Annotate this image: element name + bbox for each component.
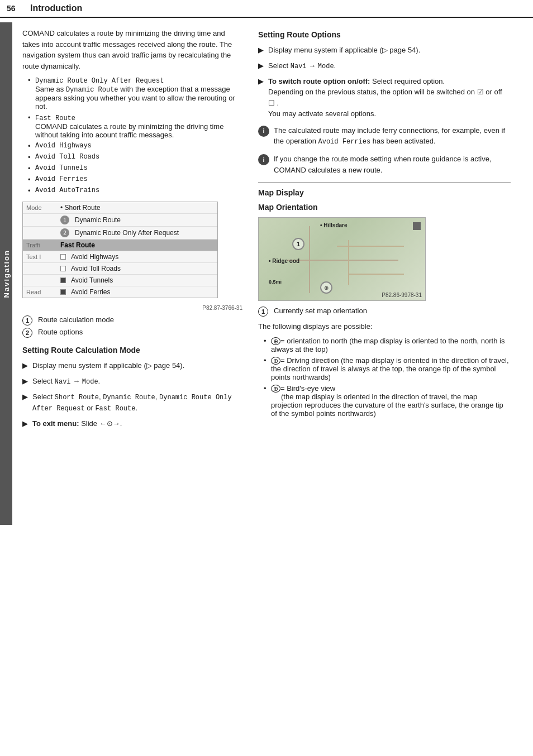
bullet-label-fast-route: Fast Route [35, 114, 75, 122]
bullet-avoid-ferries: • Avoid Ferries [22, 175, 242, 184]
page-title: Introduction [30, 3, 82, 13]
info-box-2: i If you change the route mode setting w… [258, 154, 511, 175]
page-number: 56 [7, 4, 23, 13]
route-options-heading: Setting Route Options [258, 30, 511, 39]
route-options-step-1: ▶ Display menu system if applicable (▷ p… [258, 45, 511, 56]
map-display-heading: Map Display [258, 188, 511, 197]
menu-row-fast-route: Traffi Fast Route [23, 240, 217, 251]
menu-box: Mode • Short Route 1 Dynamic Route 2 Dyn… [22, 202, 218, 298]
right-column: Setting Route Options ▶ Display menu sys… [253, 18, 521, 443]
menu-row-short-route: Mode • Short Route [23, 202, 217, 214]
map-inner: • Hillsdare • Ridge ood 0.5mi 1 ⊕ [259, 218, 425, 300]
map-bullet-north: • ⊕= orientation to north (the map displ… [258, 337, 511, 353]
menu-row-avoid-tunnels: Avoid Tunnels [23, 275, 217, 286]
menu-row-avoid-highways: Text I Avoid Highways [23, 251, 217, 263]
info-box-1: i The calculated route may include ferry… [258, 125, 511, 147]
callout-1-text: Route calculation mode [38, 315, 114, 324]
main-content: COMAND calculates a route by minimizing … [12, 18, 533, 443]
route-calc-section: Setting Route Calculation Mode ▶ Display… [22, 346, 242, 429]
route-options-step-3: ▶ To switch route option on/off: Select … [258, 76, 511, 119]
map-bullet-birdseye: • ⊕= Bird's-eye view (the map display is… [258, 384, 511, 418]
intro-paragraph: COMAND calculates a route by minimizing … [22, 28, 242, 71]
nav-sidebar: Navigation [0, 22, 12, 525]
map-callout: 1 Currently set map orientation [258, 307, 511, 317]
bullet-avoid-highways: • Avoid Highways [22, 142, 242, 150]
map-orientation-heading: Map Orientation [258, 203, 511, 212]
bullet-avoid-toll-roads: • Avoid Toll Roads [22, 153, 242, 161]
route-calc-heading: Setting Route Calculation Mode [22, 346, 242, 355]
route-calc-step-3: ▶ Select Short Route, Dynamic Route, Dyn… [22, 391, 242, 414]
bullet-dynamic-route-only: • Dynamic Route Only After Request Same … [22, 76, 242, 111]
left-column: COMAND calculates a route by minimizing … [12, 18, 253, 443]
menu-row-avoid-toll-roads: Avoid Toll Roads [23, 263, 217, 275]
map-callout-text: Currently set map orientation [274, 307, 367, 315]
callout-1: 1 Route calculation mode [22, 315, 242, 326]
map-image: • Hillsdare • Ridge ood 0.5mi 1 ⊕ P82.86… [258, 217, 426, 301]
bullet-fast-route: • Fast Route COMAND calculates a route b… [22, 113, 242, 139]
bullet-text-fast-route: COMAND calculates a route by minimizing … [35, 122, 223, 139]
route-calc-step-1: ▶ Display menu system if applicable (▷ p… [22, 360, 242, 371]
nav-sidebar-label: Navigation [2, 250, 11, 298]
menu-row-dynamic-route-only: 2 Dynamic Route Only After Request [23, 227, 217, 240]
bullet-avoid-autotrains: • Avoid AutoTrains [22, 186, 242, 195]
route-calc-step-2: ▶ Select Navi → Mode. [22, 376, 242, 387]
route-options-step-2: ▶ Select Navi → Mode. [258, 60, 511, 71]
bullet-text-dynamic-route-only: Same as Dynamic Route with the exception… [35, 85, 235, 111]
callout-2: 2 Route options [22, 328, 242, 338]
map-caption: P82.86-9978-31 [382, 292, 422, 298]
menu-caption: P82.87-3766-31 [22, 305, 242, 311]
bullet-label-dynamic-route-only: Dynamic Route Only After Request [35, 77, 164, 85]
menu-row-dynamic-route: 1 Dynamic Route [23, 214, 217, 227]
menu-row-avoid-ferries: Read Avoid Ferries [23, 286, 217, 298]
map-display-divider [258, 182, 511, 183]
map-following-text: The following displays are possible: [258, 321, 511, 332]
route-calc-step-4: ▶ To exit menu: Slide ←⊙→. [22, 418, 242, 429]
map-bullet-driving: • ⊕= Driving direction (the map display … [258, 356, 511, 381]
callout-2-text: Route options [38, 328, 83, 336]
bullet-avoid-tunnels: • Avoid Tunnels [22, 164, 242, 173]
page-header: 56 Introduction [0, 0, 533, 18]
